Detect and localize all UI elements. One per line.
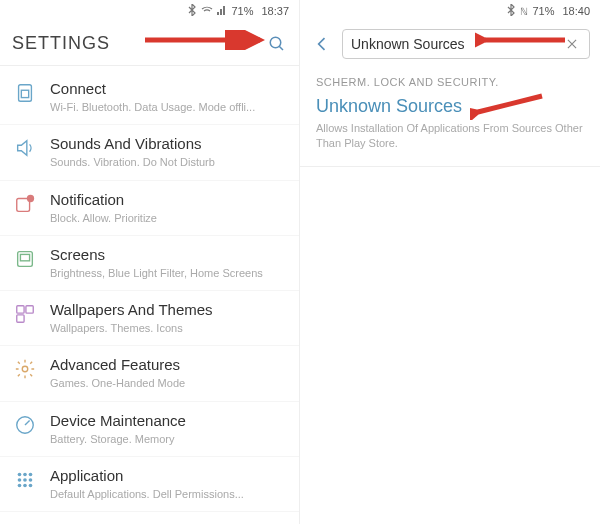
item-title: Advanced Features xyxy=(50,356,285,374)
search-box[interactable] xyxy=(342,29,590,59)
phone-settings: 71% 18:37 SETTINGS Connect Wi-Fi. Blueto… xyxy=(0,0,300,524)
svg-rect-2 xyxy=(21,90,28,97)
item-screen[interactable]: Screens Brightness, Blue Light Filter, H… xyxy=(0,236,299,291)
item-title: Device Maintenance xyxy=(50,412,285,430)
palette-icon xyxy=(14,303,36,325)
bluetooth-icon xyxy=(187,4,197,18)
status-time: 18:37 xyxy=(261,5,289,17)
display-icon xyxy=(14,248,36,270)
grid-icon xyxy=(14,469,36,491)
item-title: Wallpapers And Themes xyxy=(50,301,285,319)
result-section-label: SCHERM. LOCK AND SECURITY. xyxy=(300,66,600,92)
item-sub: Block. Allow. Prioritize xyxy=(50,211,285,225)
settings-list: Connect Wi-Fi. Bluetooth. Data Usage. Mo… xyxy=(0,66,299,524)
svg-point-16 xyxy=(23,478,27,482)
item-notification[interactable]: Notification Block. Allow. Prioritize xyxy=(0,181,299,236)
item-sub: Games. One-Handed Mode xyxy=(50,376,285,390)
sim-icon xyxy=(14,82,36,104)
svg-point-20 xyxy=(29,484,33,488)
svg-rect-9 xyxy=(17,315,24,322)
battery-percent: 71% xyxy=(532,5,554,17)
item-sounds[interactable]: Sounds And Vibrations Sounds. Vibration.… xyxy=(0,125,299,180)
svg-point-19 xyxy=(23,484,27,488)
item-lock-security[interactable]: Scherm, Lock And Security xyxy=(0,512,299,524)
item-sub: Sounds. Vibration. Do Not Disturb xyxy=(50,155,285,169)
phone-search-result: ℕ 71% 18:40 SCHERM. LOCK AND SECURITY. U… xyxy=(300,0,600,524)
item-advanced[interactable]: Advanced Features Games. One-Handed Mode xyxy=(0,346,299,401)
svg-rect-1 xyxy=(19,85,32,102)
status-time: 18:40 xyxy=(562,5,590,17)
page-title: SETTINGS xyxy=(12,33,267,54)
svg-point-12 xyxy=(18,473,22,477)
status-bar-left: 71% 18:37 xyxy=(0,0,299,22)
svg-point-0 xyxy=(270,37,281,48)
wifi-icon xyxy=(201,5,213,17)
item-title: Application xyxy=(50,467,285,485)
signal-icon xyxy=(217,5,227,17)
speaker-icon xyxy=(14,137,36,159)
svg-point-18 xyxy=(18,484,22,488)
badge-icon xyxy=(14,193,36,215)
svg-point-10 xyxy=(22,367,28,373)
item-title: Sounds And Vibrations xyxy=(50,135,285,153)
svg-rect-7 xyxy=(17,306,24,313)
svg-point-17 xyxy=(29,478,33,482)
item-maintenance[interactable]: Device Maintenance Battery. Storage. Mem… xyxy=(0,402,299,457)
search-header xyxy=(300,22,600,66)
svg-rect-6 xyxy=(20,254,29,260)
item-sub: Brightness, Blue Light Filter, Home Scre… xyxy=(50,266,285,280)
meter-icon xyxy=(14,414,36,436)
status-bar-right: ℕ 71% 18:40 xyxy=(300,0,600,22)
item-sub: Wallpapers. Themes. Icons xyxy=(50,321,285,335)
battery-percent: 71% xyxy=(231,5,253,17)
settings-header: SETTINGS xyxy=(0,22,299,66)
svg-point-4 xyxy=(27,194,34,201)
item-sub: Default Applications. Dell Permissions..… xyxy=(50,487,285,501)
svg-point-15 xyxy=(18,478,22,482)
search-icon[interactable] xyxy=(267,34,287,54)
item-connect[interactable]: Connect Wi-Fi. Bluetooth. Data Usage. Mo… xyxy=(0,70,299,125)
item-title: Connect xyxy=(50,80,285,98)
item-application[interactable]: Application Default Applications. Dell P… xyxy=(0,457,299,512)
result-sub: Allows Installation Of Applications From… xyxy=(316,121,584,152)
item-sub: Battery. Storage. Memory xyxy=(50,432,285,446)
back-icon[interactable] xyxy=(310,32,334,56)
svg-point-14 xyxy=(29,473,33,477)
item-wallpapers[interactable]: Wallpapers And Themes Wallpapers. Themes… xyxy=(0,291,299,346)
nfc-icon: ℕ xyxy=(520,6,528,17)
item-title: Notification xyxy=(50,191,285,209)
search-input[interactable] xyxy=(351,36,563,52)
close-icon[interactable] xyxy=(563,35,581,53)
bluetooth-icon xyxy=(506,4,516,18)
item-title: Screens xyxy=(50,246,285,264)
result-title: Unknown Sources xyxy=(316,96,584,117)
item-sub: Wi-Fi. Bluetooth. Data Usage. Mode offli… xyxy=(50,100,285,114)
result-unknown-sources[interactable]: Unknown Sources Allows Installation Of A… xyxy=(300,92,600,167)
gear-icon xyxy=(14,358,36,380)
svg-rect-8 xyxy=(26,306,33,313)
svg-point-13 xyxy=(23,473,27,477)
